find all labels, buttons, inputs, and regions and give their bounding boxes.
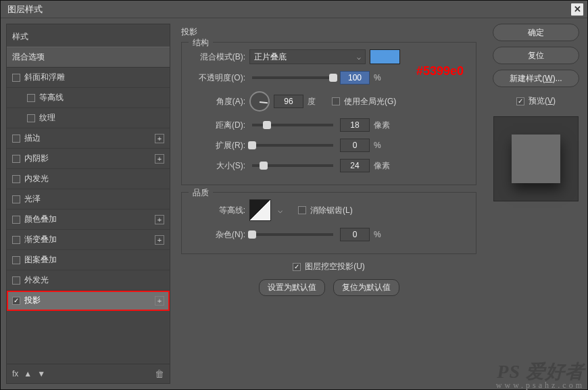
ok-button[interactable]: 确定 (493, 24, 579, 41)
angle-dial[interactable] (249, 91, 270, 112)
spread-slider[interactable] (252, 144, 333, 147)
antialias-checkbox[interactable] (298, 206, 306, 214)
add-icon[interactable]: + (155, 235, 164, 245)
distance-input[interactable]: 18 (340, 118, 370, 132)
checkbox[interactable] (12, 256, 20, 264)
unit: 像素 (374, 160, 394, 172)
contour-picker[interactable] (249, 199, 271, 221)
blending-options[interactable]: 混合选项 (7, 47, 170, 68)
checkbox[interactable] (27, 94, 35, 102)
sidebar-item-stroke[interactable]: 描边 + (7, 128, 170, 149)
checkbox[interactable] (12, 236, 20, 244)
cancel-button[interactable]: 复位 (493, 47, 579, 64)
sidebar-header: 样式 (7, 24, 170, 47)
checkbox[interactable] (12, 276, 20, 285)
preview-label: 预览(V) (529, 95, 556, 107)
group-legend: 结构 (189, 37, 213, 49)
label: 外发光 (24, 274, 49, 286)
contour-label: 等高线: (190, 205, 245, 216)
noise-input[interactable]: 0 (340, 228, 370, 241)
unit: 像素 (374, 120, 394, 131)
move-down-icon[interactable]: ▼ (37, 369, 45, 379)
angle-label: 角度(A): (190, 96, 245, 107)
size-input[interactable]: 24 (340, 159, 370, 172)
sidebar-item-drop-shadow[interactable]: ✓ 投影 + (7, 291, 170, 311)
global-light-checkbox[interactable] (332, 97, 340, 105)
shadow-color-swatch[interactable] (370, 49, 400, 64)
quality-group: 品质 等高线: ⌵ 消除锯齿(L) 杂色(N): 0 % (181, 192, 476, 254)
fx-menu-button[interactable]: fx (12, 369, 18, 379)
add-icon[interactable]: + (155, 134, 164, 143)
add-icon[interactable]: + (155, 154, 164, 164)
size-label: 大小(S): (190, 160, 245, 172)
label: 斜面和浮雕 (24, 72, 65, 83)
label: 颜色叠加 (24, 214, 57, 225)
checkbox[interactable] (12, 216, 20, 224)
group-legend: 品质 (189, 187, 213, 199)
opacity-input[interactable]: 100 (340, 71, 370, 84)
angle-input[interactable]: 96 (274, 95, 303, 108)
label: 等高线 (39, 92, 64, 103)
label: 纹理 (39, 112, 55, 124)
blend-mode-label: 混合模式(B): (190, 51, 245, 63)
unit: % (374, 230, 394, 239)
unit: 度 (308, 96, 328, 107)
sidebar-footer: fx ▲ ▼ 🗑 (7, 364, 170, 383)
move-up-icon[interactable]: ▲ (24, 369, 32, 379)
checkbox[interactable]: ✓ (12, 297, 20, 305)
new-style-button[interactable]: 新建样式(W)... (493, 70, 579, 87)
opacity-slider[interactable] (252, 76, 333, 79)
sidebar-item-inner-glow[interactable]: 内发光 (7, 169, 170, 189)
add-icon[interactable]: + (155, 215, 164, 224)
checkbox[interactable] (12, 195, 20, 203)
noise-label: 杂色(N): (190, 229, 245, 241)
preview-box (493, 116, 579, 201)
blend-mode-select[interactable]: 正片叠底 ⌵ (249, 49, 366, 64)
make-default-button[interactable]: 设置为默认值 (259, 279, 325, 296)
sidebar-item-bevel[interactable]: 斜面和浮雕 (7, 68, 170, 88)
global-light-label: 使用全局光(G) (344, 96, 396, 107)
label: 投影 (24, 295, 41, 306)
opacity-label: 不透明度(O): (190, 72, 245, 84)
label: 描边 (24, 132, 41, 144)
sidebar-item-pattern-overlay[interactable]: 图案叠加 (7, 250, 170, 270)
sidebar-item-contour[interactable]: 等高线 (7, 88, 170, 108)
checkbox[interactable] (12, 74, 20, 82)
spread-input[interactable]: 0 (340, 139, 370, 152)
sidebar-item-texture[interactable]: 纹理 (7, 108, 170, 128)
drop-shadow-panel: 投影 结构 混合模式(B): 正片叠底 ⌵ #5399e0 不透明度(O): (174, 24, 483, 384)
label: 内发光 (24, 173, 49, 185)
sidebar-item-gradient-overlay[interactable]: 渐变叠加 + (7, 230, 170, 250)
label: 光泽 (24, 193, 41, 205)
label: 图案叠加 (24, 254, 57, 266)
preview-checkbox[interactable] (516, 97, 524, 105)
styles-sidebar: 样式 混合选项 斜面和浮雕 等高线 纹理 描边 + 内阴影 (6, 24, 170, 384)
preview-swatch (512, 135, 560, 183)
checkbox[interactable] (12, 155, 20, 163)
distance-label: 距离(D): (190, 120, 245, 131)
unit: % (374, 73, 394, 82)
window-title: 图层样式 (7, 3, 43, 16)
panel-title: 投影 (181, 26, 476, 38)
noise-slider[interactable] (252, 233, 333, 236)
checkbox[interactable] (27, 114, 35, 122)
layer-style-dialog: 图层样式 ✕ 样式 混合选项 斜面和浮雕 等高线 纹理 描边 + (0, 0, 588, 390)
sidebar-item-inner-shadow[interactable]: 内阴影 + (7, 149, 170, 169)
add-icon[interactable]: + (155, 296, 164, 306)
checkbox[interactable] (12, 175, 20, 183)
reset-default-button[interactable]: 复位为默认值 (333, 279, 399, 296)
sidebar-item-color-overlay[interactable]: 颜色叠加 + (7, 210, 170, 230)
trash-icon[interactable]: 🗑 (155, 368, 164, 379)
size-slider[interactable] (252, 164, 333, 167)
antialias-label: 消除锯齿(L) (310, 205, 353, 216)
knockout-checkbox[interactable] (293, 263, 301, 271)
sidebar-item-satin[interactable]: 光泽 (7, 189, 170, 210)
distance-slider[interactable] (252, 124, 333, 126)
label: 渐变叠加 (24, 234, 57, 245)
sidebar-item-outer-glow[interactable]: 外发光 (7, 270, 170, 291)
chevron-down-icon[interactable]: ⌵ (275, 205, 285, 215)
right-column: 确定 复位 新建样式(W)... 预览(V) (490, 24, 582, 384)
close-button[interactable]: ✕ (571, 3, 583, 16)
checkbox[interactable] (12, 135, 20, 143)
chevron-down-icon: ⌵ (357, 53, 361, 61)
